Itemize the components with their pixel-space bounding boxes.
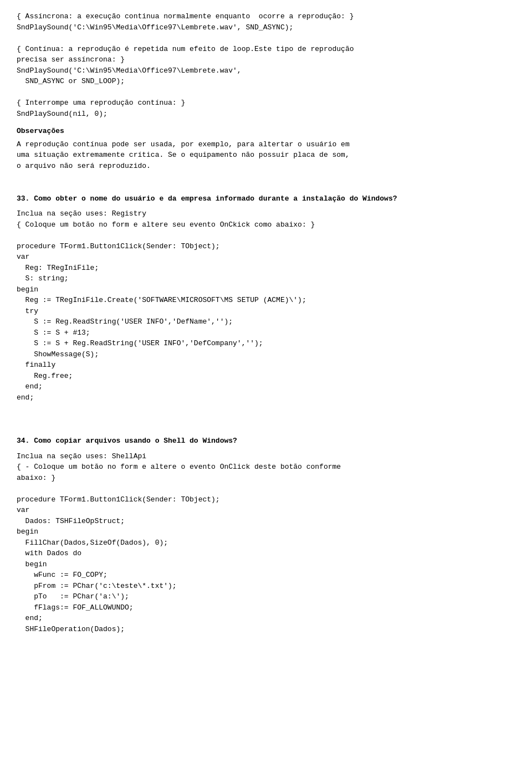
async-text: { Assíncrona: a execução continua normal… <box>17 11 515 33</box>
continua-section: { Contínua: a reprodução é repetida num … <box>17 44 515 87</box>
q34-heading: 34. Como copiar arquivos usando o Shell … <box>17 436 515 447</box>
q33-code: procedure TForm1.Button1Click(Sender: TO… <box>17 241 515 403</box>
q34-code: procedure TForm1.Button1Click(Sender: TO… <box>17 494 515 635</box>
q33-heading: 33. Como obter o nome do usuário e da em… <box>17 193 515 204</box>
interrompe-text: { Interrompe uma reprodução contínua: } … <box>17 98 515 119</box>
observacoes-heading: Observações <box>17 126 515 137</box>
observacoes-text: A reprodução contínua pode ser usada, po… <box>17 139 515 172</box>
interrompe-section: { Interrompe uma reprodução contínua: } … <box>17 98 515 119</box>
async-section: { Assíncrona: a execução continua normal… <box>17 11 515 33</box>
q33-intro: Inclua na seção uses: Registry { Coloque… <box>17 208 515 230</box>
continua-text: { Contínua: a reprodução é repetida num … <box>17 44 515 87</box>
q34-intro: Inclua na seção uses: ShellApi { - Coloq… <box>17 451 515 484</box>
page-content: { Assíncrona: a execução continua normal… <box>17 11 515 634</box>
